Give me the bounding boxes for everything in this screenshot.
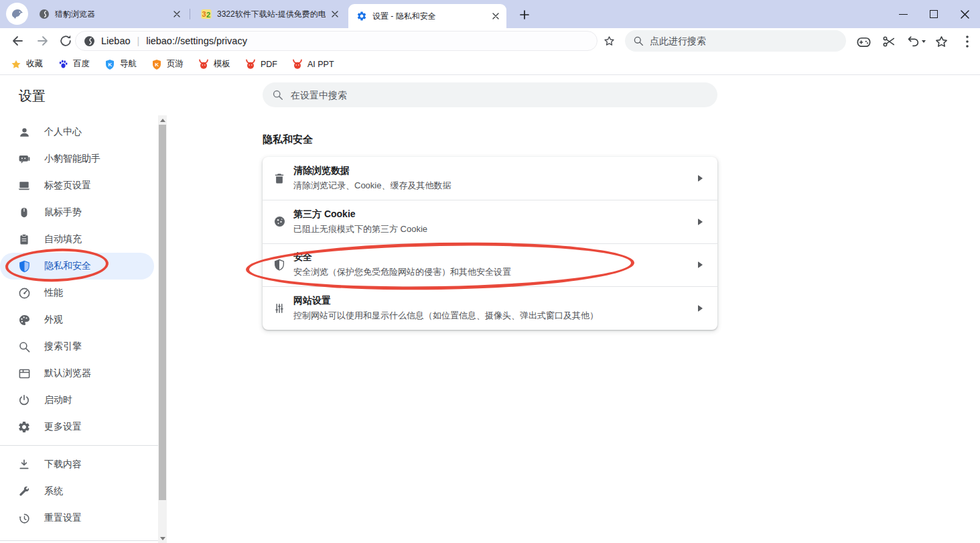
- triangle-down-icon: [160, 537, 165, 540]
- sidebar-item-assistant[interactable]: 小豹智能助手: [0, 145, 154, 172]
- sidebar-item-label: 默认浏览器: [44, 367, 91, 379]
- laptop-icon: [17, 179, 31, 192]
- settings-search-box[interactable]: [263, 82, 717, 107]
- tab-settings-active[interactable]: 设置 - 隐私和安全: [348, 4, 506, 28]
- download-icon: [17, 458, 31, 471]
- docer-bull-icon: [245, 59, 256, 70]
- scrollbar-down-button[interactable]: [158, 534, 167, 543]
- sidebar-item-label: 性能: [44, 287, 63, 299]
- bookmark-favorites[interactable]: 收藏: [11, 58, 43, 70]
- k-shield-orange-icon: K: [151, 59, 162, 70]
- bookmark-label: 模板: [214, 58, 230, 70]
- sidebar-item-label: 系统: [44, 485, 63, 497]
- bookmark-label: PDF: [261, 60, 277, 69]
- browser-menu-button[interactable]: [959, 33, 976, 50]
- bookmark-webgame[interactable]: K 页游: [151, 58, 184, 70]
- chevron-right-icon: [698, 261, 703, 268]
- star-outline-icon: [603, 35, 616, 48]
- scrollbar-thumb[interactable]: [159, 125, 166, 500]
- palette-icon: [17, 313, 31, 326]
- forward-button[interactable]: [35, 33, 51, 49]
- sidebar-item-appearance[interactable]: 外观: [0, 306, 154, 333]
- window-close-button[interactable]: [949, 0, 980, 28]
- privacy-security-card: 清除浏览数据 清除浏览记录、Cookie、缓存及其他数据 第三方 Cookie …: [263, 157, 717, 330]
- globe-icon: [39, 9, 50, 19]
- bookmark-page-button[interactable]: [601, 33, 617, 49]
- sidebar-item-performance[interactable]: 性能: [0, 280, 154, 306]
- row-title: 网站设置: [293, 295, 598, 307]
- undo-closed-tab-button[interactable]: [904, 33, 927, 50]
- bookmark-pdf[interactable]: PDF: [245, 59, 277, 70]
- sidebar-item-autofill[interactable]: 自动填充: [0, 226, 154, 253]
- bookmark-nav[interactable]: K 导航: [104, 58, 137, 70]
- tab-liebao-home[interactable]: 猎豹浏览器: [31, 0, 188, 28]
- scissors-icon: [882, 34, 896, 49]
- search-icon: [17, 340, 31, 353]
- quick-search-box[interactable]: [625, 30, 846, 52]
- tune-icon: [271, 300, 287, 316]
- tab-close-icon[interactable]: [490, 11, 501, 21]
- sidebar-item-system[interactable]: 系统: [0, 478, 154, 505]
- back-button[interactable]: [9, 33, 25, 49]
- bookmark-label: 导航: [120, 58, 137, 70]
- address-bar[interactable]: Liebao | liebao://settings/privacy: [75, 31, 598, 51]
- row-security[interactable]: 安全 安全浏览（保护您免受危险网站的侵害）和其他安全设置: [263, 243, 717, 287]
- window-maximize-button[interactable]: [918, 0, 949, 28]
- sidebar-item-privacy-security[interactable]: 隐私和安全: [0, 253, 154, 280]
- tab-strip: 猎豹浏览器 32 3322软件下载站-提供免费的电脑软 设置 - 隐私和安全: [0, 0, 980, 28]
- quick-search-input[interactable]: [650, 36, 817, 46]
- tab-3322[interactable]: 32 3322软件下载站-提供免费的电脑软: [193, 0, 346, 28]
- new-tab-button[interactable]: [517, 7, 532, 22]
- browser-logo[interactable]: [6, 3, 28, 25]
- scrollbar-up-button[interactable]: [158, 115, 167, 125]
- sidebar-item-more-settings[interactable]: 更多设置: [0, 414, 154, 440]
- screenshot-button[interactable]: [880, 33, 898, 50]
- gear-icon: [17, 420, 31, 434]
- sidebar-item-label: 重置设置: [44, 512, 82, 524]
- star-outline-icon: [934, 35, 949, 49]
- sidebar-item-label: 启动时: [44, 394, 72, 406]
- plus-icon: [520, 10, 529, 19]
- reload-button[interactable]: [58, 33, 74, 49]
- clipboard-icon: [17, 233, 31, 246]
- sidebar-scrollbar[interactable]: [158, 115, 167, 543]
- window-minimize-button[interactable]: [888, 0, 918, 28]
- bookmark-label: 页游: [167, 58, 184, 70]
- bookmark-label: AI PPT: [307, 60, 334, 69]
- tab-close-icon[interactable]: [330, 9, 340, 19]
- sidebar-item-label: 搜索引擎: [44, 341, 82, 353]
- tab-close-icon[interactable]: [171, 9, 182, 19]
- game-center-button[interactable]: [855, 33, 872, 50]
- security-shield-icon: [271, 257, 287, 273]
- sidebar-item-default-browser[interactable]: 默认浏览器: [0, 360, 154, 387]
- sidebar-item-search-engine[interactable]: 搜索引擎: [0, 333, 154, 360]
- sidebar-item-reset-settings[interactable]: 重置设置: [0, 505, 154, 532]
- sidebar-item-tab-settings[interactable]: 标签页设置: [0, 172, 154, 199]
- row-subtitle: 控制网站可以使用和显示什么信息（如位置信息、摄像头、弹出式窗口及其他）: [293, 310, 598, 322]
- sidebar-item-personal-center[interactable]: 个人中心: [0, 119, 154, 145]
- toolbar: Liebao | liebao://settings/privacy: [0, 28, 980, 54]
- bookmark-templates[interactable]: 模板: [198, 58, 230, 70]
- sidebar-divider: [0, 445, 158, 446]
- sidebar-item-startup[interactable]: 启动时: [0, 387, 154, 414]
- forward-arrow-icon: [36, 34, 50, 48]
- sidebar-item-mouse-gestures[interactable]: 鼠标手势: [0, 199, 154, 226]
- search-icon: [633, 36, 644, 46]
- bookmark-label: 百度: [73, 58, 90, 70]
- sidebar-item-label: 标签页设置: [44, 180, 91, 192]
- settings-gear-icon: [356, 11, 367, 21]
- wrench-icon: [17, 485, 31, 498]
- row-third-party-cookies[interactable]: 第三方 Cookie 已阻止无痕模式下的第三方 Cookie: [263, 200, 717, 243]
- favorites-button[interactable]: [932, 33, 950, 50]
- chevron-right-icon: [698, 219, 703, 225]
- cheetah-logo-icon: [9, 6, 25, 22]
- row-site-settings[interactable]: 网站设置 控制网站可以使用和显示什么信息（如位置信息、摄像头、弹出式窗口及其他）: [263, 286, 717, 330]
- bookmarks-bar: 收藏 百度 K 导航 K 页游 模板 PDF AI PPT: [0, 54, 980, 75]
- bookmark-baidu[interactable]: 百度: [58, 58, 90, 70]
- row-clear-browsing-data[interactable]: 清除浏览数据 清除浏览记录、Cookie、缓存及其他数据: [263, 157, 717, 200]
- triangle-up-icon: [160, 119, 165, 122]
- sidebar-item-downloads[interactable]: 下载内容: [0, 451, 154, 478]
- bookmark-ai-ppt[interactable]: AI PPT: [292, 59, 334, 70]
- settings-search-input[interactable]: [291, 90, 666, 101]
- sidebar-item-label: 外观: [44, 314, 63, 326]
